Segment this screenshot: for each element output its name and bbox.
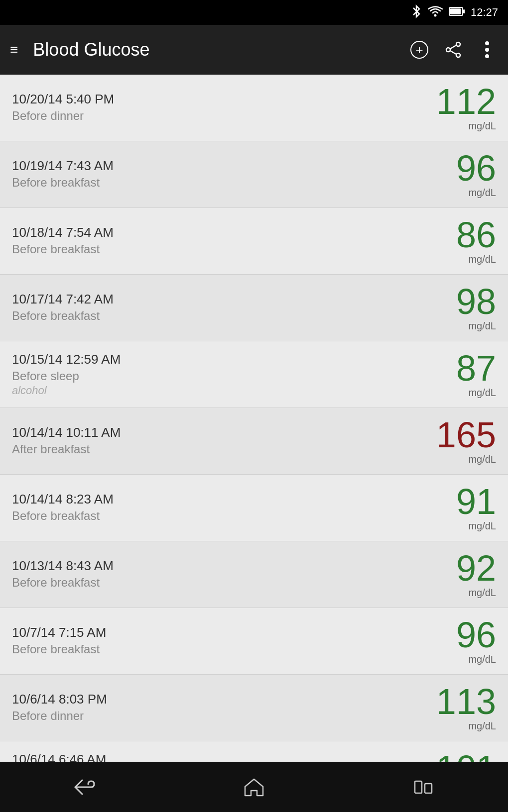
- add-circle-icon: +: [410, 41, 428, 59]
- list-item-datetime: 10/20/14 5:40 PM: [12, 92, 436, 107]
- svg-point-5: [446, 48, 450, 52]
- add-button[interactable]: +: [408, 39, 430, 61]
- list-item-value: 101 mg/dL: [436, 750, 496, 762]
- glucose-number: 98: [456, 284, 496, 319]
- list-item-label: Before breakfast: [12, 509, 456, 523]
- svg-rect-3: [450, 8, 461, 14]
- list-item-datetime: 10/14/14 10:11 AM: [12, 425, 436, 440]
- app-title: Blood Glucose: [33, 39, 408, 60]
- list-item[interactable]: 10/14/14 10:11 AM After breakfast 165 mg…: [0, 408, 508, 475]
- svg-rect-14: [425, 784, 432, 793]
- list-item-content: 10/14/14 8:23 AM Before breakfast: [12, 492, 456, 524]
- home-icon: [244, 778, 264, 797]
- svg-point-11: [485, 54, 489, 58]
- svg-rect-13: [415, 781, 422, 793]
- more-icon: [485, 41, 490, 59]
- back-button[interactable]: [55, 772, 115, 802]
- list-item[interactable]: 10/14/14 8:23 AM Before breakfast 91 mg/…: [0, 475, 508, 541]
- svg-point-6: [456, 53, 460, 57]
- nav-bar: [0, 762, 508, 812]
- svg-point-9: [485, 41, 489, 45]
- list-item-value: 112 mg/dL: [436, 84, 496, 132]
- svg-line-8: [450, 51, 456, 54]
- svg-point-4: [456, 42, 460, 46]
- list-item-content: 10/7/14 7:15 AM Before breakfast: [12, 625, 456, 657]
- battery-icon: [449, 6, 465, 19]
- list-item[interactable]: 10/15/14 12:59 AM Before sleep alcohol 8…: [0, 341, 508, 408]
- list-item-content: 10/20/14 5:40 PM Before dinner: [12, 92, 436, 124]
- svg-marker-12: [245, 779, 263, 796]
- list-item-value: 96 mg/dL: [456, 150, 496, 199]
- list-item-label: After breakfast: [12, 442, 436, 456]
- bluetooth-icon: [411, 4, 422, 21]
- list-item-datetime: 10/13/14 8:43 AM: [12, 558, 456, 574]
- status-bar: 12:27: [0, 0, 508, 25]
- list-item-content: 10/6/14 6:46 AM Before breakfast noexerc…: [12, 752, 436, 762]
- back-icon: [72, 778, 97, 796]
- app-bar-actions: +: [408, 39, 498, 61]
- list-item-datetime: 10/15/14 12:59 AM: [12, 352, 456, 367]
- list-item-value: 98 mg/dL: [456, 284, 496, 332]
- list-item-value: 113 mg/dL: [436, 684, 496, 732]
- list-item[interactable]: 10/20/14 5:40 PM Before dinner 112 mg/dL: [0, 75, 508, 141]
- glucose-unit: mg/dL: [468, 587, 496, 599]
- glucose-number: 165: [436, 417, 496, 453]
- recent-button[interactable]: [393, 772, 453, 802]
- app-bar: ≡ Blood Glucose +: [0, 25, 508, 75]
- list-item[interactable]: 10/7/14 7:15 AM Before breakfast 96 mg/d…: [0, 608, 508, 675]
- list-item-label: Before breakfast: [12, 576, 456, 590]
- glucose-number: 96: [456, 150, 496, 186]
- glucose-list: 10/20/14 5:40 PM Before dinner 112 mg/dL…: [0, 75, 508, 762]
- list-item-datetime: 10/19/14 7:43 AM: [12, 158, 456, 174]
- glucose-number: 87: [456, 350, 496, 386]
- svg-point-0: [434, 14, 436, 16]
- list-item-label: Before dinner: [12, 709, 436, 723]
- list-item-datetime: 10/6/14 6:46 AM: [12, 752, 436, 762]
- svg-line-7: [450, 45, 456, 49]
- more-button[interactable]: [476, 39, 498, 61]
- list-item[interactable]: 10/13/14 8:43 AM Before breakfast 92 mg/…: [0, 541, 508, 608]
- glucose-unit: mg/dL: [468, 720, 496, 732]
- list-item-label: Before dinner: [12, 109, 436, 123]
- list-item-label: Before breakfast: [12, 309, 456, 323]
- list-item-content: 10/17/14 7:42 AM Before breakfast: [12, 292, 456, 324]
- list-item-content: 10/13/14 8:43 AM Before breakfast: [12, 558, 456, 591]
- list-item[interactable]: 10/6/14 8:03 PM Before dinner 113 mg/dL: [0, 675, 508, 741]
- list-item-content: 10/6/14 8:03 PM Before dinner: [12, 692, 436, 724]
- list-item-value: 86 mg/dL: [456, 217, 496, 265]
- svg-point-10: [485, 48, 489, 52]
- list-item-note: alcohol: [12, 384, 456, 397]
- list-item-label: Before sleep: [12, 369, 456, 383]
- list-item-datetime: 10/6/14 8:03 PM: [12, 692, 436, 707]
- list-item-datetime: 10/18/14 7:54 AM: [12, 225, 456, 240]
- status-time: 12:27: [471, 6, 498, 19]
- status-icons: 12:27: [411, 4, 498, 21]
- list-item-value: 91 mg/dL: [456, 484, 496, 532]
- list-item-datetime: 10/17/14 7:42 AM: [12, 292, 456, 307]
- share-icon: [445, 41, 462, 58]
- wifi-icon: [428, 6, 443, 19]
- list-item-value: 165 mg/dL: [436, 417, 496, 465]
- glucose-number: 92: [456, 550, 496, 586]
- menu-button[interactable]: ≡: [10, 43, 18, 57]
- glucose-number: 101: [436, 750, 496, 762]
- list-item-datetime: 10/14/14 8:23 AM: [12, 492, 456, 507]
- share-button[interactable]: [442, 39, 464, 61]
- glucose-number: 96: [456, 617, 496, 653]
- home-button[interactable]: [224, 772, 284, 802]
- list-item-value: 96 mg/dL: [456, 617, 496, 665]
- list-item-value: 87 mg/dL: [456, 350, 496, 399]
- list-item-datetime: 10/7/14 7:15 AM: [12, 625, 456, 640]
- list-item-content: 10/19/14 7:43 AM Before breakfast: [12, 158, 456, 191]
- list-item[interactable]: 10/17/14 7:42 AM Before breakfast 98 mg/…: [0, 275, 508, 341]
- glucose-number: 113: [436, 684, 496, 719]
- list-item[interactable]: 10/19/14 7:43 AM Before breakfast 96 mg/…: [0, 141, 508, 208]
- list-item-value: 92 mg/dL: [456, 550, 496, 599]
- list-item[interactable]: 10/18/14 7:54 AM Before breakfast 86 mg/…: [0, 208, 508, 275]
- list-item-content: 10/14/14 10:11 AM After breakfast: [12, 425, 436, 457]
- list-item[interactable]: 10/6/14 6:46 AM Before breakfast noexerc…: [0, 741, 508, 762]
- glucose-number: 91: [456, 484, 496, 519]
- list-item-label: Before breakfast: [12, 176, 456, 190]
- glucose-number: 112: [436, 84, 496, 119]
- glucose-unit: mg/dL: [468, 520, 496, 532]
